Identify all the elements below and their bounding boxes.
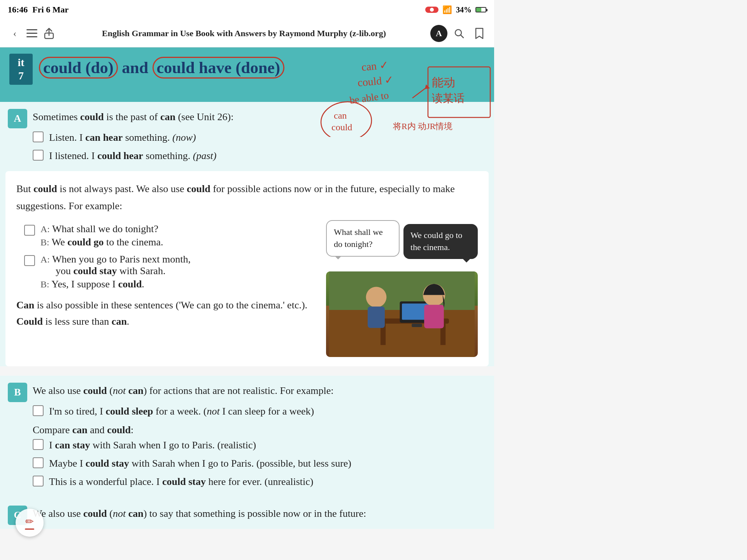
recording-indicator	[425, 7, 438, 13]
checkbox-7[interactable]	[33, 457, 44, 468]
section-a-could: could	[80, 111, 104, 122]
checkbox-3[interactable]	[24, 225, 35, 236]
nav-title: English Grammar in Use Book with Answers…	[58, 28, 430, 38]
checkbox-8[interactable]	[33, 476, 44, 486]
dialogue-1: A: What shall we do tonight? B: We could…	[40, 223, 163, 248]
nav-icons: A	[430, 25, 488, 42]
compare-intro: Compare can and could:	[0, 420, 494, 436]
title-and: and	[122, 59, 152, 77]
svg-rect-0	[26, 29, 37, 30]
section-c-intro: We also use could (not can) to say that …	[33, 506, 486, 522]
svg-rect-1	[26, 33, 37, 34]
unit-header: it 7 could (do) and could have (done) ca…	[0, 47, 494, 102]
status-bar: 16:46 Fri 6 Mar 📶 34%	[0, 0, 494, 19]
badge-b: B	[8, 383, 27, 402]
svg-text:could: could	[331, 122, 352, 132]
section-a: A Sometimes could is the past of can (se…	[0, 102, 494, 366]
section-b-header: B We also use could (not can) for action…	[0, 376, 494, 402]
svg-rect-2	[26, 36, 37, 37]
cb-text-8: This is a wonderful place. I could stay …	[49, 474, 313, 489]
section-a-rest1: is the past of	[106, 111, 158, 122]
handwriting-overlay: can ✓ could ✓ be able to 能动 读某话 can coul…	[307, 47, 494, 137]
section-c-header: C We also use could (not can) to say tha…	[0, 499, 494, 525]
section-c: C We also use could (not can) to say tha…	[0, 499, 494, 529]
wifi-icon: 📶	[442, 5, 452, 14]
section-b-compare-1: I can stay with Sarah when I go to Paris…	[0, 436, 494, 454]
section-b-compare-2: Maybe I could stay with Sarah when I go …	[0, 454, 494, 472]
status-date: Fri 6 Mar	[32, 5, 68, 15]
section-a-item-2: I listened. I could hear something. (pas…	[0, 147, 494, 165]
svg-text:could ✓: could ✓	[357, 74, 394, 89]
svg-text:can: can	[334, 110, 347, 121]
cb-text-1: Listen. I can hear something. (now)	[49, 130, 196, 145]
svg-text:can ✓: can ✓	[361, 59, 389, 73]
illustration-area: What shall we do tonight? We could go to…	[326, 220, 478, 357]
checkbox-6[interactable]	[33, 439, 44, 450]
speech-bubble-right: We could go to the cinema.	[403, 224, 478, 259]
svg-text:能动: 能动	[432, 76, 455, 89]
checkbox-1[interactable]	[33, 131, 44, 142]
cb-text-5: I'm so tired, I could sleep for a week. …	[49, 404, 314, 419]
battery-percent: 34%	[456, 5, 472, 14]
section-a-rest2: (see Unit 26):	[178, 111, 233, 122]
svg-text:读某话: 读某话	[432, 92, 465, 104]
title-could-have-done: could have (done)	[153, 57, 284, 79]
svg-rect-22	[412, 324, 422, 327]
status-right: 📶 34%	[425, 5, 486, 14]
share-button[interactable]	[40, 25, 58, 42]
section-b-item-1: I'm so tired, I could sleep for a week. …	[0, 402, 494, 420]
title-could-do: could (do)	[39, 57, 118, 79]
checkbox-5[interactable]	[33, 405, 44, 416]
status-left: 16:46 Fri 6 Mar	[8, 5, 68, 15]
svg-point-23	[366, 287, 387, 308]
checkbox-2[interactable]	[33, 150, 44, 161]
section-a-can: can	[160, 111, 175, 122]
svg-rect-26	[424, 305, 444, 329]
svg-text:将R内 动JR情境: 将R内 动JR情境	[393, 121, 452, 131]
white-card: But could is not always past. We also us…	[5, 171, 489, 366]
section-b: B We also use could (not can) for action…	[0, 376, 494, 499]
section-b-compare-3: This is a wonderful place. I could stay …	[0, 472, 494, 491]
section-a-sometimes: Sometimes	[33, 111, 78, 122]
svg-rect-24	[368, 306, 385, 328]
pencil-tool-button[interactable]: ✏	[16, 509, 44, 537]
section-b-intro: We also use could (not can) for actions …	[33, 383, 486, 399]
speech-bubble-left: What shall we do tonight?	[326, 220, 400, 257]
unit-badge: it 7	[9, 54, 33, 85]
cb-text-6: I can stay with Sarah when I go to Paris…	[49, 438, 256, 453]
battery-icon	[475, 7, 486, 12]
nav-bar: ‹ English Grammar in Use Book with Answe…	[0, 19, 494, 47]
bookmark-button[interactable]	[471, 25, 488, 42]
badge-a: A	[8, 109, 27, 128]
list-button[interactable]	[23, 25, 40, 42]
cb-text-2: I listened. I could hear something. (pas…	[49, 148, 216, 163]
cb-text-7: Maybe I could stay with Sarah when I go …	[49, 456, 351, 471]
checkbox-4[interactable]	[24, 255, 35, 266]
card-intro: But could is not always past. We also us…	[16, 180, 478, 215]
status-time: 16:46	[8, 5, 28, 15]
dialogue-2: A: When you go to Paris next month, you …	[40, 254, 191, 290]
illustration-image	[326, 271, 478, 357]
avatar-button[interactable]: A	[430, 25, 447, 42]
search-button[interactable]	[451, 25, 468, 42]
back-button[interactable]: ‹	[6, 25, 23, 42]
svg-text:be able to: be able to	[349, 89, 389, 106]
